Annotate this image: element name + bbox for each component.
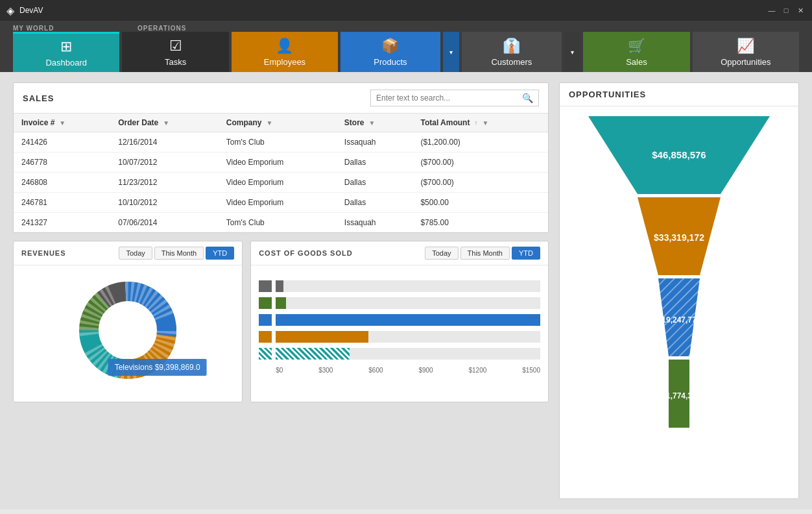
revenues-title: REVENUES [21,249,66,257]
cell-orderDate: 12/16/2014 [110,132,219,153]
opportunities-icon: 📈 [737,38,754,55]
col-store: Store ▼ [337,114,413,132]
search-icon: 🔍 [522,93,533,103]
donut-chart-container: Televisions $9,398,869.0 [14,265,242,395]
revenues-panel: REVENUES Today This Month YTD [13,241,243,402]
cell-company: Tom's Club [219,132,337,153]
cogs-bar-bg-2 [276,297,540,309]
nav-tile-tasks[interactable]: ☑ Tasks [122,32,228,72]
products-dropdown-arrow[interactable]: ▾ [443,32,460,72]
cogs-bar-color-2 [259,297,272,309]
table-row: 24680811/23/2012Video EmporiumDallas($70… [14,173,548,193]
cogs-panel: COST OF GOODS SOLD Today This Month YTD [250,241,549,402]
sales-search-box[interactable]: 🔍 [370,90,539,106]
cell-totalAmount: ($1,200.00) [412,132,548,153]
cell-invoice: 246778 [14,153,110,173]
cogs-x-1500: $1500 [522,367,540,374]
nav-tile-sales[interactable]: 🛒 Sales [583,32,689,72]
cogs-x-labels: $0 $300 $600 $900 $1200 $1500 [259,367,540,374]
cogs-bar-color-1 [259,280,272,292]
cell-totalAmount: $785.00 [412,213,548,233]
close-button[interactable]: ✕ [795,5,806,16]
cell-orderDate: 10/10/2012 [110,193,219,213]
col-totalamount: Total Amount ↑ ▼ [412,114,548,132]
opportunities-panel: OPPORTUNITIES $46,858,576 $33,319,172 $1… [559,82,799,499]
cogs-x-300: $300 [318,367,333,374]
dashboard-icon: ⊞ [60,38,72,55]
table-row: 24142612/16/2014Tom's ClubIssaquah($1,20… [14,132,548,153]
company-filter-icon[interactable]: ▼ [266,119,272,127]
cogs-bar-fill-1 [276,280,283,292]
cell-company: Video Emporium [219,173,337,193]
cogs-bar-fill-5 [276,348,350,360]
nav-labels: MY WORLD OPERATIONS [0,21,812,32]
table-row: 24678110/10/2012Video EmporiumDallas$500… [14,193,548,213]
store-filter-icon[interactable]: ▼ [369,119,376,127]
nav-tile-label-opportunities: Opportunities [721,57,770,67]
funnel-chart: $46,858,576 $33,319,172 $19,247,772 $11,… [588,116,770,480]
nav-tiles-row: ⊞ Dashboard ☑ Tasks 👤 Employees 📦 Produc… [0,32,812,72]
cell-company: Video Emporium [219,193,337,213]
cell-invoice: 241426 [14,132,110,153]
nav-tile-opportunities[interactable]: 📈 Opportunities [693,32,799,72]
opportunities-header: OPPORTUNITIES [560,83,798,106]
sales-search-input[interactable] [376,93,522,103]
cell-invoice: 246781 [14,193,110,213]
products-icon: 📦 [381,38,399,55]
nav-tile-customers[interactable]: 👔 Customers [462,32,561,72]
cogs-title: COST OF GOODS SOLD [259,249,353,257]
employees-icon: 👤 [276,38,293,55]
minimize-button[interactable]: — [767,5,777,16]
sales-title: SALES [23,93,54,103]
svg-text:$33,319,172: $33,319,172 [654,232,704,243]
cogs-header: COST OF GOODS SOLD Today This Month YTD [251,241,548,265]
cogs-bar-rows [259,280,540,360]
customers-icon: 👔 [503,38,520,55]
maximize-button[interactable]: □ [781,5,791,16]
cogs-bar-color-4 [259,331,272,343]
cogs-ytd-btn[interactable]: YTD [512,247,540,260]
cogs-bar-bg-4 [276,331,540,343]
cell-company: Video Emporium [219,153,337,173]
customers-dropdown-arrow[interactable]: ▾ [564,32,581,72]
cogs-bar-3 [259,313,540,326]
app-name: DevAV [19,6,43,15]
totalamount-filter-icon[interactable]: ▼ [482,119,488,127]
table-row: 24677810/07/2012Video EmporiumDallas($70… [14,153,548,173]
cell-invoice: 246808 [14,173,110,193]
cogs-thismonth-btn[interactable]: This Month [460,247,510,260]
title-bar: ◈ DevAV — □ ✕ [0,0,812,21]
table-row: 24132707/06/2014Tom's ClubIssaquah$785.0… [14,213,548,233]
revenues-ytd-btn[interactable]: YTD [206,247,234,260]
cell-store: Dallas [337,153,413,173]
cogs-today-btn[interactable]: Today [425,247,458,260]
orderdate-filter-icon[interactable]: ▼ [163,119,169,127]
cogs-bar-5 [259,347,540,360]
table-header-row: Invoice # ▼ Order Date ▼ [14,114,548,132]
cogs-bar-fill-4 [276,331,368,343]
cogs-bar-bg-5 [276,348,540,360]
nav-tile-label-customers: Customers [491,57,532,67]
cogs-bars-container: $0 $300 $600 $900 $1200 $1500 [259,275,540,379]
cell-totalAmount: ($700.00) [412,153,548,173]
revenues-header: REVENUES Today This Month YTD [14,241,242,265]
left-panel: SALES 🔍 Invoice # ▼ [13,82,549,499]
nav-tile-label-dashboard: Dashboard [45,58,87,67]
navigation: MY WORLD OPERATIONS ⊞ Dashboard ☑ Tasks … [0,21,812,72]
nav-tile-employees[interactable]: 👤 Employees [232,32,338,72]
cogs-btn-group: Today This Month YTD [425,247,540,260]
revenues-today-btn[interactable]: Today [119,247,152,260]
revenues-thismonth-btn[interactable]: This Month [154,247,204,260]
app-logo-icon: ◈ [6,5,14,17]
totalamount-sort-icon[interactable]: ↑ [474,119,477,127]
cell-totalAmount: ($700.00) [412,173,548,193]
nav-tile-dashboard[interactable]: ⊞ Dashboard [13,32,119,72]
sales-icon: 🛒 [628,38,645,55]
cell-store: Dallas [337,173,413,193]
svg-text:$11,774,301: $11,774,301 [658,391,701,400]
nav-tile-products[interactable]: 📦 Products [340,32,440,72]
nav-tile-label-sales: Sales [626,57,647,67]
nav-tile-label-employees: Employees [264,57,305,67]
invoice-filter-icon[interactable]: ▼ [59,119,66,127]
revenues-btn-group: Today This Month YTD [119,247,234,260]
